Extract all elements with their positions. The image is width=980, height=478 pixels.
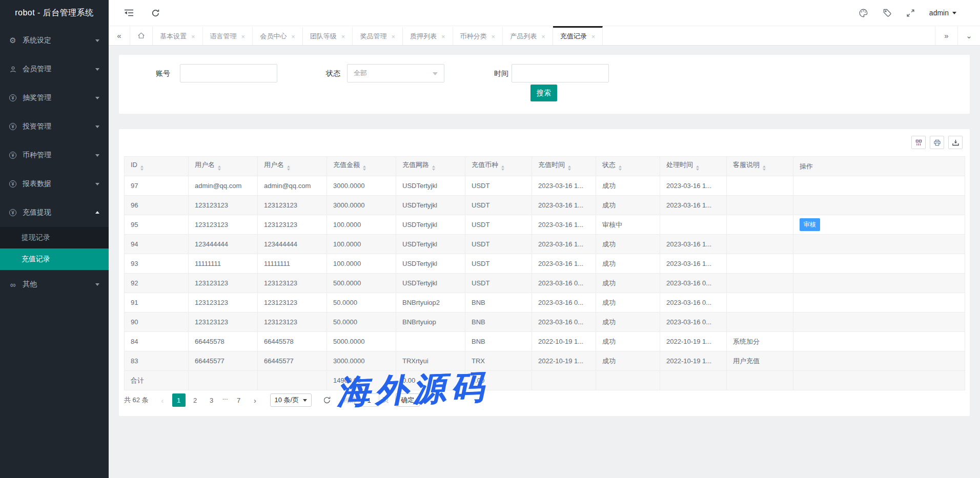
search-button[interactable]: 搜索 bbox=[530, 85, 557, 101]
sidebar-item[interactable]: 会员管理 bbox=[0, 55, 109, 84]
jump-page-input[interactable] bbox=[359, 393, 379, 407]
tab-item[interactable]: 奖品管理× bbox=[353, 26, 403, 45]
pagination-refresh-icon[interactable] bbox=[323, 396, 331, 404]
column-header[interactable]: 充值币种 bbox=[465, 157, 532, 176]
collapse-menu-icon[interactable] bbox=[124, 9, 134, 17]
close-icon[interactable]: × bbox=[241, 33, 246, 40]
sort-icon[interactable] bbox=[363, 164, 366, 172]
sort-icon[interactable] bbox=[218, 164, 221, 172]
sidebar-item[interactable]: ¥抽奖管理 bbox=[0, 84, 109, 112]
close-icon[interactable]: × bbox=[591, 33, 596, 40]
sort-icon[interactable] bbox=[568, 164, 571, 172]
account-input[interactable] bbox=[180, 64, 277, 82]
sidebar-item[interactable]: ¥投资管理 bbox=[0, 112, 109, 141]
column-header-label: 充值金额 bbox=[333, 161, 360, 169]
column-header-label: 用户名 bbox=[195, 161, 215, 169]
sidebar-item-label: 充值提现 bbox=[23, 208, 95, 217]
table-cell bbox=[793, 254, 965, 274]
close-icon[interactable]: × bbox=[492, 33, 496, 40]
column-header[interactable]: 处理时间 bbox=[660, 157, 727, 176]
sidebar-item[interactable]: ¥报表数据 bbox=[0, 170, 109, 198]
page-number[interactable]: 3 bbox=[205, 393, 218, 407]
sort-icon[interactable] bbox=[619, 164, 622, 172]
tab-item[interactable]: 会员中心× bbox=[253, 26, 303, 45]
tab-item[interactable]: 币种分类× bbox=[453, 26, 503, 45]
sort-icon[interactable] bbox=[140, 164, 144, 172]
tag-icon[interactable] bbox=[883, 8, 892, 17]
page-number[interactable]: 1 bbox=[172, 393, 186, 407]
main-content: 账号 状态 全部 时间 搜索 ID用户名用户名充值金额充值网路充值币种充值时间状… bbox=[109, 46, 980, 478]
time-input[interactable] bbox=[512, 64, 609, 82]
table-cell bbox=[727, 235, 793, 254]
close-icon[interactable]: × bbox=[191, 33, 195, 40]
sort-icon[interactable] bbox=[696, 164, 699, 172]
column-header[interactable]: 用户名 bbox=[258, 157, 327, 176]
sidebar-item[interactable]: ¥币种管理 bbox=[0, 141, 109, 170]
table-cell: 11111111 bbox=[189, 254, 258, 274]
column-header[interactable]: 充值网路 bbox=[396, 157, 465, 176]
print-icon[interactable] bbox=[930, 136, 944, 149]
export-icon[interactable] bbox=[948, 136, 963, 149]
sidebar-item[interactable]: ⚙系统设定 bbox=[0, 26, 109, 55]
refresh-icon[interactable] bbox=[151, 9, 160, 17]
confirm-button[interactable]: 确定 bbox=[395, 393, 420, 407]
table-cell: 66445578 bbox=[189, 332, 258, 351]
audit-button[interactable]: 审核 bbox=[800, 218, 820, 231]
page-size-select[interactable]: 10 条/页 bbox=[270, 393, 312, 407]
tab-item[interactable]: 质押列表× bbox=[403, 26, 453, 45]
sidebar-item[interactable]: ∞其他 bbox=[0, 270, 109, 299]
close-icon[interactable]: × bbox=[391, 33, 395, 40]
user-dropdown[interactable]: admin bbox=[929, 9, 956, 17]
table-cell: USDT bbox=[465, 176, 532, 196]
table-cell: 成功 bbox=[596, 196, 660, 215]
tabs-scroll-right-icon[interactable]: » bbox=[935, 26, 957, 45]
sidebar-subitem[interactable]: 提现记录 bbox=[0, 227, 109, 248]
sort-desc-icon bbox=[363, 169, 366, 172]
sidebar-subitem[interactable]: 充值记录 bbox=[0, 248, 109, 270]
jump-label: 到第 bbox=[342, 396, 356, 405]
table-cell bbox=[727, 293, 793, 313]
chevron-down-icon bbox=[95, 39, 99, 44]
palette-icon[interactable] bbox=[859, 8, 868, 18]
home-tab[interactable] bbox=[130, 26, 153, 45]
sort-icon[interactable] bbox=[501, 164, 504, 172]
tabs-scroll-left-icon[interactable]: « bbox=[109, 26, 130, 45]
column-header[interactable]: 充值时间 bbox=[532, 157, 596, 176]
tab-item[interactable]: 产品列表× bbox=[503, 26, 553, 45]
close-icon[interactable]: × bbox=[291, 33, 295, 40]
status-label: 状态 bbox=[326, 64, 340, 82]
chevron-down-icon bbox=[95, 126, 99, 130]
tab-item[interactable]: 语言管理× bbox=[203, 26, 253, 45]
close-icon[interactable]: × bbox=[441, 33, 445, 40]
tab-item[interactable]: 充值记录× bbox=[553, 26, 603, 45]
sidebar-item[interactable]: ¥充值提现 bbox=[0, 198, 109, 227]
close-icon[interactable]: × bbox=[541, 33, 545, 40]
columns-icon[interactable] bbox=[911, 136, 926, 149]
column-header[interactable]: 状态 bbox=[596, 157, 660, 176]
tab-item[interactable]: 基本设置× bbox=[153, 26, 203, 45]
table-cell: 成功 bbox=[596, 313, 660, 332]
sort-desc-icon bbox=[501, 169, 504, 172]
fullscreen-icon[interactable] bbox=[906, 9, 915, 17]
tabs-menu-icon[interactable]: ⌄ bbox=[957, 26, 980, 45]
column-header[interactable]: 充值金额 bbox=[327, 157, 396, 176]
prev-page-icon[interactable]: ‹ bbox=[156, 393, 169, 407]
page-number[interactable]: 7 bbox=[232, 393, 246, 407]
sort-asc-icon bbox=[432, 164, 435, 168]
chevron-down-icon bbox=[95, 183, 99, 188]
tab-item[interactable]: 团队等级× bbox=[303, 26, 353, 45]
column-header[interactable]: ID bbox=[125, 157, 189, 176]
column-header[interactable]: 客服说明 bbox=[727, 157, 793, 176]
close-icon[interactable]: × bbox=[341, 33, 345, 40]
sort-icon[interactable] bbox=[763, 164, 766, 172]
sort-icon[interactable] bbox=[287, 164, 290, 172]
table-cell: 123444444 bbox=[258, 235, 327, 254]
next-page-icon[interactable]: › bbox=[249, 393, 262, 407]
sort-icon[interactable] bbox=[432, 164, 435, 172]
table-header-row: ID用户名用户名充值金额充值网路充值币种充值时间状态处理时间客服说明操作 bbox=[125, 157, 965, 176]
page-number[interactable]: 2 bbox=[189, 393, 202, 407]
column-header[interactable]: 用户名 bbox=[189, 157, 258, 176]
table-cell: BNB bbox=[465, 293, 532, 313]
tab-label: 语言管理 bbox=[210, 32, 237, 41]
status-select[interactable]: 全部 bbox=[347, 64, 444, 82]
